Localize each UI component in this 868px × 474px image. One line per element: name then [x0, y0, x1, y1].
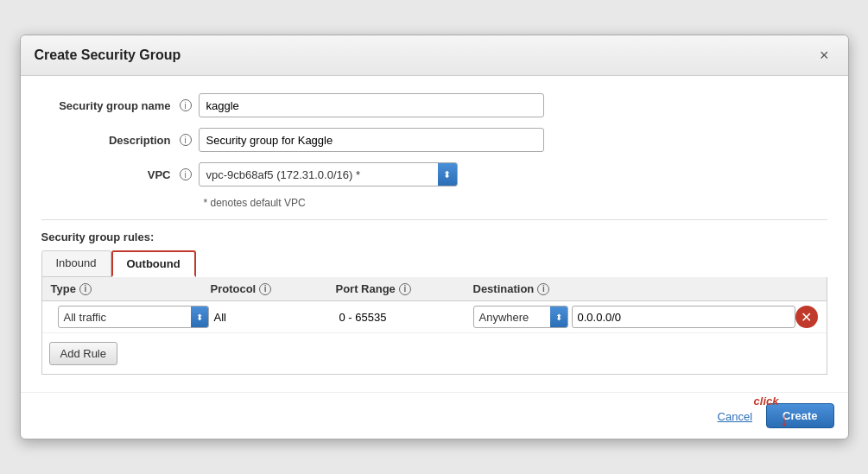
vpc-select[interactable]: vpc-9cb68af5 (172.31.0.0/16) * ⬍ [199, 162, 458, 186]
vpc-select-value: vpc-9cb68af5 (172.31.0.0/16) * [200, 168, 438, 181]
security-group-name-label: Security group name [41, 99, 180, 112]
cancel-button[interactable]: Cancel [714, 405, 756, 428]
destination-column-header: Destination i [470, 282, 795, 295]
security-group-name-info-icon: i [180, 99, 192, 111]
vpc-info-icon: i [180, 168, 192, 180]
security-group-name-input[interactable] [199, 93, 544, 117]
protocol-cell: All [211, 311, 336, 324]
divider [41, 219, 827, 220]
port-range-cell: 0 - 65535 [336, 311, 470, 324]
table-header: Type i Protocol i Port Range i Destinati… [42, 277, 827, 301]
destination-type-arrow-icon: ⬍ [550, 306, 567, 328]
type-select-arrow-icon: ⬍ [191, 306, 208, 328]
action-column-header [795, 282, 827, 295]
destination-type-value: Anywhere [474, 311, 550, 324]
destination-cell: Anywhere ⬍ [470, 306, 795, 328]
destination-value-input[interactable] [572, 306, 795, 328]
add-rule-section: Add Rule [42, 333, 827, 374]
remove-rule-cell: ✕ [795, 306, 827, 328]
port-range-header-info-icon: i [399, 283, 411, 295]
description-row: Description i [41, 128, 827, 152]
dialog-title: Create Security Group [35, 47, 181, 63]
tabs: Inbound Outbound [41, 250, 827, 277]
dialog-header: Create Security Group × [21, 35, 848, 76]
description-info-icon: i [180, 134, 192, 146]
type-select[interactable]: All traffic ⬍ [58, 306, 209, 328]
type-column-header: Type i [42, 282, 211, 295]
security-group-name-row: Security group name i [41, 93, 827, 117]
add-rule-button[interactable]: Add Rule [49, 342, 117, 365]
tab-outbound[interactable]: Outbound [111, 250, 196, 277]
type-header-info-icon: i [79, 283, 92, 295]
sg-rules-label: Security group rules: [41, 231, 827, 243]
dialog-footer: click ↓ Cancel Create [21, 392, 848, 439]
click-annotation: click [754, 395, 779, 408]
protocol-header-info-icon: i [259, 283, 271, 295]
tab-inbound[interactable]: Inbound [41, 250, 111, 277]
port-range-column-header: Port Range i [336, 282, 470, 295]
type-cell: All traffic ⬍ [42, 306, 211, 328]
tab-content: Type i Protocol i Port Range i Destinati… [41, 277, 827, 375]
vpc-note: * denotes default VPC [204, 197, 306, 209]
table-row: All traffic ⬍ All 0 - 65535 Anywhere ⬍ [42, 301, 827, 333]
description-input[interactable] [199, 128, 544, 152]
create-security-group-dialog: Create Security Group × Security group n… [20, 35, 849, 439]
vpc-select-arrow-icon: ⬍ [438, 162, 457, 186]
dialog-body: Security group name i Description i VPC … [21, 76, 848, 392]
arrow-down-icon: ↓ [780, 408, 789, 431]
vpc-label: VPC [41, 168, 180, 181]
description-label: Description [41, 134, 180, 147]
destination-type-select[interactable]: Anywhere ⬍ [473, 306, 568, 328]
vpc-row: VPC i vpc-9cb68af5 (172.31.0.0/16) * ⬍ [41, 162, 827, 186]
vpc-note-row: * denotes default VPC [41, 197, 827, 209]
destination-header-info-icon: i [537, 283, 549, 295]
protocol-column-header: Protocol i [211, 282, 336, 295]
remove-rule-button[interactable]: ✕ [795, 306, 818, 328]
type-select-value: All traffic [59, 311, 191, 324]
close-button[interactable]: × [814, 46, 834, 65]
